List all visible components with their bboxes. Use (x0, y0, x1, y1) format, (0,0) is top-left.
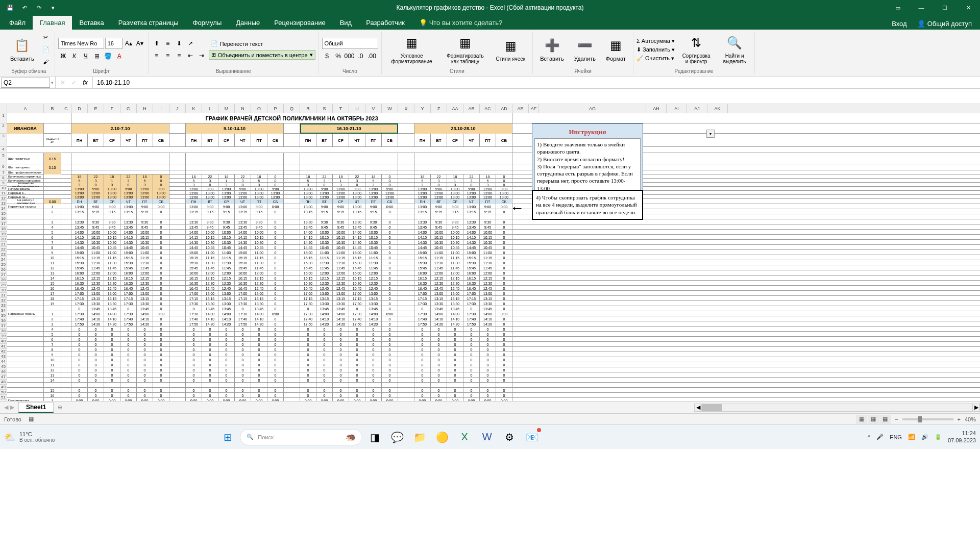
taskbar-search[interactable]: 🔍 Поиск 🦔 (240, 429, 362, 445)
increase-indent-icon[interactable]: ⇥ (197, 51, 207, 61)
currency-icon[interactable]: $ (322, 51, 332, 61)
zoom-in-icon[interactable]: + (958, 416, 961, 422)
tell-me[interactable]: 💡 Что вы хотите сделать? (412, 16, 509, 30)
settings-icon[interactable]: ⚙ (499, 427, 520, 447)
sheet-tab-1[interactable]: Sheet1 (18, 402, 54, 413)
cut-icon[interactable]: ✂ (40, 32, 52, 43)
qat-customize-icon[interactable]: ▾ (47, 2, 59, 14)
name-box-dropdown-icon[interactable]: ▾ (51, 80, 55, 85)
align-right-icon[interactable]: ≡ (174, 51, 184, 61)
view-page-layout-icon[interactable]: ▦ (868, 415, 879, 424)
tab-formulas[interactable]: Формулы (186, 16, 229, 30)
word-icon[interactable]: W (477, 427, 497, 447)
number-format-combo[interactable]: Общий (322, 38, 378, 49)
login-button[interactable]: Вход (887, 18, 912, 30)
select-all-corner[interactable] (0, 104, 7, 113)
redo-qat-icon[interactable]: ↷ (33, 2, 45, 14)
);p=[interactable]: ✕ (58, 78, 68, 88)
sheet-nav-first-icon[interactable]: ◀ (4, 404, 8, 411)
font-name-combo[interactable]: Times New Ro (58, 38, 104, 49)
explorer-icon[interactable]: 📁 (409, 427, 430, 447)
sort-filter-button[interactable]: ⇅Сортировка и фильтр (677, 33, 716, 66)
conditional-format-button[interactable]: ▦Условное форматирование (385, 33, 439, 66)
align-middle-icon[interactable]: ≡ (163, 38, 173, 48)
tab-developer[interactable]: Разработчик (359, 16, 412, 30)
wifi-icon[interactable]: 📶 (908, 434, 915, 440)
format-painter-icon[interactable]: 🖌 (40, 56, 52, 67)
percent-icon[interactable]: % (333, 51, 344, 61)
ribbon-options-icon[interactable]: ▭ (886, 0, 910, 15)
tab-review[interactable]: Рецензирование (267, 16, 332, 30)
column-headers[interactable]: ABCDEFGHIJKLMNOPQRSTUVWXYZAAABACADAEAFAG… (0, 104, 980, 113)
language-indicator[interactable]: ENG (890, 434, 902, 440)
tab-home[interactable]: Главная (33, 16, 72, 30)
autosum-button[interactable]: Σ Автосумма ▾ (636, 38, 675, 44)
decrease-font-icon[interactable]: A▾ (135, 38, 145, 48)
view-normal-icon[interactable]: ▦ (856, 415, 867, 424)
undo-qat-icon[interactable]: ↶ (18, 2, 31, 14)
share-button[interactable]: 👤 Общий доступ (912, 18, 977, 30)
tab-layout[interactable]: Разметка страницы (111, 16, 186, 30)
maximize-icon[interactable]: ☐ (933, 0, 957, 15)
tab-insert[interactable]: Вставка (72, 16, 111, 30)
fill-color-icon[interactable]: 🪣 (103, 51, 113, 61)
underline-icon[interactable]: Ч (81, 51, 91, 61)
task-view-icon[interactable]: ◨ (364, 427, 385, 447)
accept-formula-icon[interactable]: ✓ (69, 78, 79, 88)
volume-icon[interactable]: 🔊 (921, 434, 928, 440)
tab-view[interactable]: Вид (333, 16, 359, 30)
border-icon[interactable]: ⊞ (92, 51, 102, 61)
weather-widget[interactable]: ⛅ 11°C В осн. облачно (4, 431, 55, 443)
clock[interactable]: 11:24 07.09.2023 (948, 430, 976, 443)
zoom-out-icon[interactable]: − (895, 416, 898, 422)
clear-button[interactable]: 🧹 Очистить ▾ (636, 55, 675, 62)
increase-decimal-icon[interactable]: .0 (356, 51, 366, 61)
horizontal-scrollbar[interactable]: ◀ ▶ (694, 404, 980, 412)
close-icon[interactable]: ✕ (957, 0, 980, 15)
sheet-nav-last-icon[interactable]: ▶ (10, 404, 14, 411)
font-size-combo[interactable]: 16 (105, 38, 122, 49)
bold-icon[interactable]: Ж (58, 51, 68, 61)
tab-data[interactable]: Данные (229, 16, 267, 30)
align-center-icon[interactable]: ≡ (163, 51, 173, 61)
paste-button[interactable]: 📋 Вставить (6, 35, 38, 64)
fill-button[interactable]: ⬇ Заполнить ▾ (636, 46, 675, 53)
browser-icon[interactable]: 🟡 (432, 427, 452, 447)
cell-dropdown-icon[interactable]: ▾ (706, 130, 715, 138)
thousands-icon[interactable]: 000 (345, 51, 355, 61)
excel-icon[interactable]: X (454, 427, 475, 447)
macro-record-icon[interactable]: ▦ (29, 416, 34, 422)
start-icon[interactable]: ⊞ (217, 427, 238, 447)
wrap-text-button[interactable]: 📄 Перенести текст (209, 39, 315, 48)
decrease-indent-icon[interactable]: ⇤ (185, 51, 195, 61)
minimize-icon[interactable]: — (910, 0, 933, 15)
scroll-thumb[interactable] (702, 404, 722, 411)
add-sheet-icon[interactable]: ⊕ (54, 404, 66, 411)
orientation-icon[interactable]: ↗ (185, 38, 195, 48)
copy-icon[interactable]: 📄 (40, 44, 52, 55)
zoom-slider[interactable] (902, 418, 953, 420)
merge-center-button[interactable]: ⊞ Объединить и поместить в центре ▾ (209, 50, 315, 60)
chat-icon[interactable]: 💬 (387, 427, 407, 447)
mail-icon[interactable]: 📧 (522, 427, 542, 447)
align-top-icon[interactable]: ⬆ (152, 38, 162, 48)
mic-icon[interactable]: 🎤 (876, 434, 884, 440)
align-bottom-icon[interactable]: ⬇ (174, 38, 184, 48)
name-box[interactable]: Q2 (1, 78, 50, 88)
format-table-button[interactable]: ▦Форматировать как таблицу (441, 33, 490, 66)
view-page-break-icon[interactable]: ▦ (879, 415, 891, 424)
save-qat-icon[interactable]: 💾 (4, 2, 16, 14)
tray-chevron-icon[interactable]: ^ (868, 434, 870, 440)
insert-function-icon[interactable]: fx (80, 78, 90, 88)
increase-font-icon[interactable]: A▴ (124, 38, 134, 48)
cell-styles-button[interactable]: ▦Стили ячеек (492, 36, 530, 64)
font-color-icon[interactable]: А (114, 51, 125, 61)
find-select-button[interactable]: 🔍Найти и выделить (718, 33, 751, 66)
row-headers[interactable]: 1234567891011121314151617181920212223242… (0, 113, 7, 401)
delete-cells-button[interactable]: ➖Удалить (570, 35, 600, 64)
align-left-icon[interactable]: ≡ (152, 51, 162, 61)
formula-input[interactable]: 16.10-21.10 (93, 77, 980, 88)
zoom-level[interactable]: 40% (965, 416, 976, 422)
decrease-decimal-icon[interactable]: .00 (367, 51, 377, 61)
grid[interactable]: ГРАФИК ВРАЧЕЙ ДЕТСКОЙ ПОЛИКЛИНИКИ НА ОКТ… (7, 113, 980, 401)
